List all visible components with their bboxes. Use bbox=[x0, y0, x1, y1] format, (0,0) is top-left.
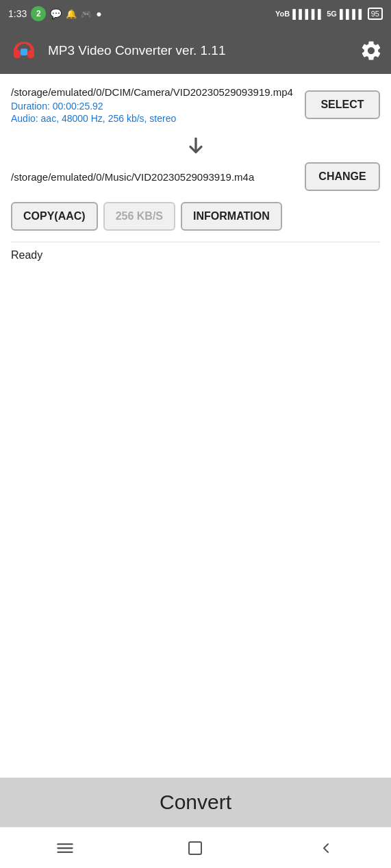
alarm-icon: 🔔 bbox=[66, 9, 77, 19]
signal-bars: ▌▌▌▌▌ bbox=[292, 9, 324, 19]
source-duration: Duration: 00:00:25.92 bbox=[11, 101, 298, 112]
message-icon: 💬 bbox=[50, 8, 62, 19]
nav-menu-icon[interactable] bbox=[48, 834, 82, 862]
status-right: YoB ▌▌▌▌▌ 5G ▌▌▌▌ 95 bbox=[275, 8, 383, 20]
select-button[interactable]: SELECT bbox=[305, 90, 380, 119]
network-type: 5G bbox=[327, 10, 337, 18]
copy-button[interactable]: COPY(AAC) bbox=[11, 202, 98, 231]
actions-row: COPY(AAC) 256 KB/S INFORMATION bbox=[11, 202, 380, 231]
change-button[interactable]: CHANGE bbox=[305, 162, 380, 191]
information-button[interactable]: INFORMATION bbox=[181, 202, 282, 231]
yob-icon: YoB bbox=[275, 10, 290, 18]
dot-icon: ● bbox=[96, 8, 101, 19]
source-file-row: /storage/emulated/0/DCIM/Camera/VID20230… bbox=[11, 85, 380, 124]
gamepad-icon: 🎮 bbox=[81, 9, 92, 19]
divider bbox=[11, 242, 380, 242]
app-title: MP3 Video Converter ver. 1.11 bbox=[48, 43, 351, 58]
output-file-path: /storage/emulated/0/Music/VID20230529093… bbox=[11, 170, 298, 184]
arrow-row bbox=[11, 135, 380, 157]
nav-bar bbox=[0, 827, 391, 868]
source-file-path: /storage/emulated/0/DCIM/Camera/VID20230… bbox=[11, 85, 298, 99]
settings-icon[interactable] bbox=[360, 39, 383, 62]
source-file-info: /storage/emulated/0/DCIM/Camera/VID20230… bbox=[11, 85, 298, 124]
battery-indicator: 95 bbox=[368, 8, 383, 20]
status-bar: 1:33 2 💬 🔔 🎮 ● YoB ▌▌▌▌▌ 5G ▌▌▌▌ 95 bbox=[0, 0, 391, 27]
svg-rect-1 bbox=[21, 49, 27, 55]
bitrate-button[interactable]: 256 KB/S bbox=[103, 202, 175, 231]
down-arrow-icon bbox=[185, 135, 207, 157]
nav-home-icon[interactable] bbox=[178, 834, 212, 862]
status-left: 1:33 2 💬 🔔 🎮 ● bbox=[8, 6, 102, 21]
main-content: /storage/emulated/0/DCIM/Camera/VID20230… bbox=[0, 74, 391, 778]
spacer bbox=[11, 261, 380, 767]
nav-back-icon[interactable] bbox=[309, 834, 343, 862]
convert-button[interactable]: Convert bbox=[0, 778, 391, 827]
app-toolbar: MP3 Video Converter ver. 1.11 bbox=[0, 27, 391, 74]
source-audio: Audio: aac, 48000 Hz, 256 kb/s, stereo bbox=[11, 113, 298, 124]
time-display: 1:33 bbox=[8, 8, 27, 19]
output-file-row: /storage/emulated/0/Music/VID20230529093… bbox=[11, 162, 380, 191]
wifi-badge: 2 bbox=[31, 6, 46, 21]
status-text: Ready bbox=[11, 249, 380, 261]
network-bars2: ▌▌▌▌ bbox=[340, 9, 365, 19]
svg-rect-6 bbox=[189, 842, 201, 854]
app-icon bbox=[8, 35, 40, 66]
